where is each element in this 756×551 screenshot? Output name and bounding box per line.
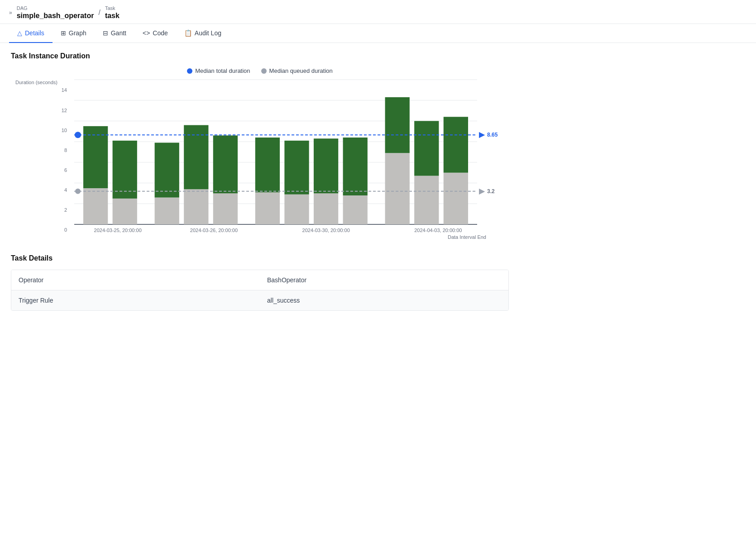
- y-tick-14: 14: [62, 88, 67, 93]
- y-tick-2: 2: [64, 208, 67, 213]
- graph-icon: ⊞: [61, 29, 66, 37]
- legend-queued: Median queued duration: [261, 67, 333, 74]
- svg-rect-22: [314, 194, 338, 225]
- legend-total: Median total duration: [187, 67, 250, 74]
- svg-rect-31: [444, 117, 468, 173]
- x-label-3: 2024-03-30, 20:00:00: [302, 228, 350, 233]
- y-tick-8: 8: [64, 148, 67, 153]
- details-row-operator: Operator BashOperator: [11, 270, 508, 290]
- main-content: Task Instance Duration Median total dura…: [0, 43, 756, 320]
- tab-code[interactable]: <> Code: [134, 24, 176, 43]
- breadcrumb-task-label: Task: [105, 5, 120, 11]
- svg-point-33: [75, 132, 81, 138]
- audit-log-icon: 📋: [184, 29, 192, 37]
- breadcrumb-arrows: »: [9, 10, 12, 16]
- svg-rect-16: [213, 194, 238, 225]
- tab-audit-log[interactable]: 📋 Audit Log: [176, 24, 230, 43]
- x-label-4: 2024-04-03, 20:00:00: [414, 228, 462, 233]
- svg-rect-17: [213, 136, 238, 194]
- svg-rect-12: [155, 198, 179, 224]
- y-tick-4: 4: [64, 188, 67, 193]
- y-tick-6: 6: [64, 168, 67, 173]
- svg-rect-26: [385, 153, 410, 225]
- breadcrumb-separator: /: [98, 9, 100, 17]
- trigger-key: Trigger Rule: [11, 290, 260, 310]
- trigger-value: all_success: [260, 290, 508, 310]
- x-label-2: 2024-03-26, 20:00:00: [190, 228, 238, 233]
- svg-text:3.2: 3.2: [487, 188, 495, 195]
- svg-rect-11: [113, 141, 137, 199]
- svg-rect-14: [184, 190, 208, 225]
- operator-key: Operator: [11, 270, 260, 290]
- task-details-title: Task Details: [11, 254, 745, 262]
- svg-rect-25: [343, 138, 368, 195]
- svg-rect-23: [314, 139, 338, 194]
- gantt-icon: ⊟: [103, 29, 108, 37]
- y-tick-10: 10: [62, 128, 67, 133]
- chart-title: Task Instance Duration: [11, 52, 509, 60]
- svg-point-37: [75, 189, 81, 194]
- legend-dot-blue: [187, 68, 192, 74]
- svg-rect-18: [255, 193, 280, 225]
- legend-total-label: Median total duration: [195, 67, 250, 74]
- y-tick-0: 0: [64, 228, 67, 233]
- details-icon: △: [17, 29, 22, 37]
- svg-rect-9: [83, 126, 108, 188]
- data-interval-label: Data Interval End: [70, 234, 509, 240]
- svg-text:▶: ▶: [479, 131, 485, 139]
- svg-rect-21: [284, 141, 309, 195]
- svg-rect-13: [155, 143, 179, 198]
- y-tick-12: 12: [62, 108, 67, 113]
- svg-text:▶: ▶: [479, 187, 485, 195]
- tab-details[interactable]: △ Details: [9, 24, 53, 43]
- details-row-trigger: Trigger Rule all_success: [11, 290, 508, 310]
- svg-rect-24: [343, 195, 368, 224]
- task-details-section: Task Details Operator BashOperator Trigg…: [11, 254, 745, 311]
- breadcrumb-task-value[interactable]: task: [105, 11, 120, 20]
- svg-rect-30: [444, 173, 468, 224]
- chart-container: Task Instance Duration Median total dura…: [11, 52, 509, 240]
- x-labels: 2024-03-25, 20:00:00 2024-03-26, 20:00:0…: [70, 224, 486, 233]
- tabs-bar: △ Details ⊞ Graph ⊟ Gantt <> Code 📋 Audi…: [0, 24, 756, 43]
- x-label-1: 2024-03-25, 20:00:00: [94, 228, 142, 233]
- y-axis-label: Duration (seconds): [11, 80, 57, 85]
- svg-rect-19: [255, 138, 280, 192]
- svg-rect-8: [83, 188, 108, 224]
- chart-legend: Median total duration Median queued dura…: [11, 67, 509, 74]
- operator-value: BashOperator: [260, 270, 508, 290]
- code-icon: <>: [143, 29, 150, 37]
- svg-rect-10: [113, 199, 137, 224]
- svg-rect-29: [414, 121, 439, 176]
- breadcrumb-dag-label: DAG: [17, 5, 94, 11]
- svg-rect-27: [385, 97, 410, 153]
- legend-dot-gray: [261, 68, 267, 74]
- legend-queued-label: Median queued duration: [269, 67, 333, 74]
- svg-text:8.65: 8.65: [487, 132, 498, 138]
- tab-graph[interactable]: ⊞ Graph: [53, 24, 95, 43]
- chart-svg: ▶8.65▶3.2: [70, 80, 509, 224]
- svg-rect-20: [284, 195, 309, 224]
- breadcrumb-dag-value[interactable]: simple_bash_operator: [17, 11, 94, 20]
- svg-rect-28: [414, 176, 439, 224]
- details-table: Operator BashOperator Trigger Rule all_s…: [11, 270, 509, 311]
- tab-gantt[interactable]: ⊟ Gantt: [95, 24, 134, 43]
- breadcrumb-bar: » DAG simple_bash_operator / Task task: [0, 0, 756, 24]
